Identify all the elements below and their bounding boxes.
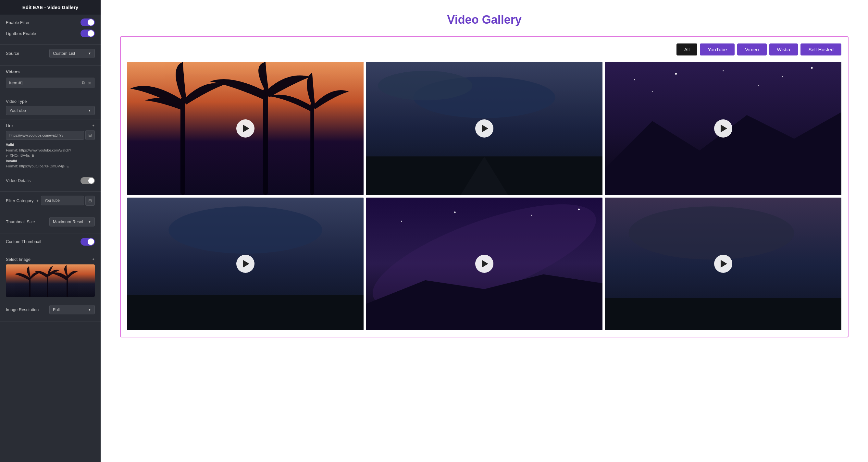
source-select-value: Custom List [53,51,75,56]
svg-point-18 [758,85,759,86]
video-details-section: Video Details [0,173,101,192]
gallery-title: Video Gallery [120,13,848,27]
play-button-4[interactable] [236,255,254,273]
delete-button[interactable]: ✕ [88,80,92,86]
video-type-value: YouTube [9,108,26,113]
svg-point-20 [168,206,322,254]
custom-thumbnail-label: Custom Thumbnail [6,239,41,244]
thumbnail-preview[interactable] [6,264,95,297]
item-actions: ⧉ ✕ [82,80,92,86]
video-details-label: Video Details [6,178,31,183]
custom-thumbnail-toggle[interactable] [81,238,95,245]
svg-rect-10 [366,156,602,195]
svg-rect-4 [181,97,185,195]
valid-label: Valid [6,143,14,146]
enable-filter-toggle[interactable] [81,19,95,26]
filter-youtube-button[interactable]: YouTube [700,43,735,56]
video-type-select[interactable]: YouTube ▼ [6,106,95,115]
play-icon-3 [721,125,727,132]
image-resolution-select[interactable]: Full ▼ [49,305,95,315]
invalid-format-label: Format: [6,164,18,168]
filter-bar: All YouTube Vimeo Wistia Self Hosted [127,43,841,56]
video-thumb-3[interactable] [605,62,841,195]
filter-wistia-button[interactable]: Wistia [769,43,798,56]
svg-point-16 [811,67,812,68]
videos-label: Videos [6,69,95,74]
image-resolution-value: Full [53,307,60,312]
video-type-field-label: Video Type [6,99,95,104]
lightbox-enable-label: Lightbox Enable [6,31,36,36]
thumbnail-size-section: Thumbnail Size Maximum Resol ▼ [0,213,101,234]
custom-thumbnail-section: Custom Thumbnail [0,234,101,253]
play-icon-4 [243,260,249,268]
svg-point-24 [401,220,402,222]
svg-rect-6 [310,103,314,195]
link-input-row: ⊞ [6,130,95,140]
svg-point-15 [782,76,783,77]
source-label: Source [6,51,19,56]
play-button-6[interactable] [714,255,732,273]
chevron-down-icon: ▼ [88,109,91,112]
item-label: Item #1 [9,80,23,85]
thumbnail-size-select[interactable]: Maximum Resol ▼ [49,217,95,227]
select-image-label: Select Image ✦ [6,257,95,262]
video-thumb-5[interactable] [366,198,602,331]
chevron-down-icon: ▼ [88,52,91,55]
video-thumb-1[interactable] [127,62,364,195]
link-input[interactable] [6,131,84,140]
svg-point-8 [413,77,555,118]
duplicate-button[interactable]: ⧉ [82,80,85,86]
video-details-toggle[interactable] [81,177,95,184]
play-icon-1 [243,125,249,132]
svg-point-27 [578,208,580,210]
video-thumb-2[interactable] [366,62,602,195]
svg-point-25 [454,211,456,213]
enable-filter-section: Enable Filter Lightbox Enable [0,14,101,45]
svg-point-14 [722,70,724,71]
invalid-format-value: https://youtu.be/XHOmBV4js_E [19,164,69,168]
filter-vimeo-button[interactable]: Vimeo [737,43,766,56]
play-button-3[interactable] [714,120,732,138]
filter-category-icon: ✦ [36,199,39,203]
play-icon-6 [721,260,727,268]
video-thumb-6[interactable] [605,198,841,331]
filter-self-hosted-button[interactable]: Self Hosted [801,43,841,56]
video-thumb-4[interactable] [127,198,364,331]
filter-category-label: Filter Category ✦ [6,198,39,203]
filter-category-db-icon[interactable]: ⊞ [85,196,95,206]
svg-point-9 [378,71,472,100]
thumbnail-size-label: Thumbnail Size [6,219,35,224]
play-button-2[interactable] [475,120,493,138]
main-content: Video Gallery All YouTube Vimeo Wistia S… [101,0,868,462]
svg-rect-21 [127,295,364,330]
select-image-section: Select Image ✦ [0,253,101,301]
play-button-1[interactable] [236,120,254,138]
select-image-icon[interactable]: ✦ [92,257,95,262]
source-section: Source Custom List ▼ [0,45,101,66]
play-icon-5 [482,260,488,268]
item-row: Item #1 ⧉ ✕ [6,77,95,88]
svg-point-29 [629,206,794,260]
link-db-icon[interactable]: ⊞ [85,130,95,140]
link-field-label: Link ✦ [6,123,95,128]
svg-point-12 [634,79,635,80]
sidebar-header: Edit EAE - Video Gallery [0,0,101,14]
valid-format-label: Format: [6,148,18,152]
play-icon-2 [482,125,488,132]
thumbnail-size-value: Maximum Resol [53,219,83,224]
filter-category-section: Filter Category ✦ ⊞ [0,192,101,213]
filter-category-input-row: ⊞ [41,196,95,206]
video-grid [127,62,841,330]
chevron-down-icon: ▼ [88,308,91,311]
video-type-section: Video Type YouTube ▼ [0,95,101,120]
image-resolution-label: Image Resolution [6,307,39,312]
link-icon[interactable]: ✦ [92,124,95,128]
play-button-5[interactable] [475,255,493,273]
filter-all-button[interactable]: All [677,43,698,56]
lightbox-enable-toggle[interactable] [81,30,95,37]
filter-category-input[interactable] [41,196,84,205]
svg-rect-5 [263,89,268,195]
svg-point-13 [675,73,677,75]
source-select[interactable]: Custom List ▼ [49,49,95,58]
image-resolution-section: Image Resolution Full ▼ [0,301,101,322]
